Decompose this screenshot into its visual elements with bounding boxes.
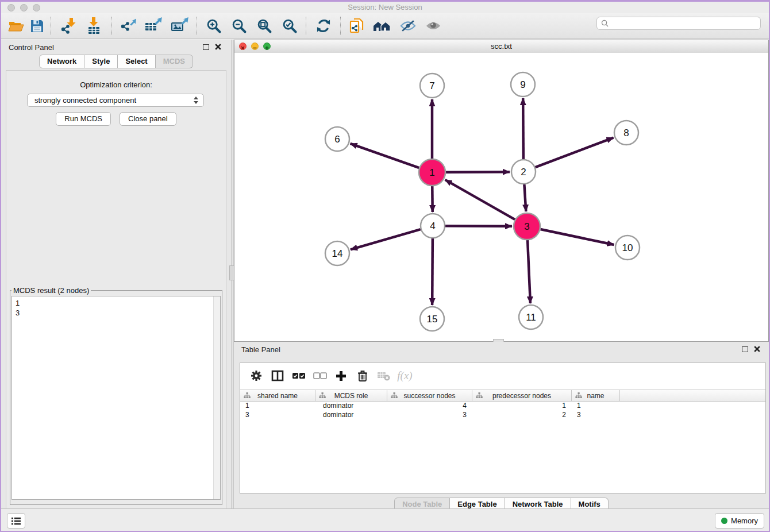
- delete-table-icon-disabled: [373, 366, 394, 385]
- import-table-icon[interactable]: [82, 16, 108, 36]
- save-session-icon[interactable]: [26, 16, 47, 36]
- table-panel-title: Table Panel: [241, 345, 280, 354]
- graph-edge-3-10[interactable]: [540, 229, 614, 245]
- table-body: 1dominator4113dominator323: [240, 401, 765, 419]
- deselect-all-rows-icon[interactable]: [309, 366, 330, 385]
- tab-mcds[interactable]: MCDS: [156, 55, 193, 68]
- svg-text:7: 7: [429, 80, 434, 91]
- table-cell[interactable]: 1: [240, 401, 315, 410]
- select-stepper-icon: [192, 96, 199, 105]
- graph-edge-4-14[interactable]: [351, 229, 421, 249]
- graph-node-2[interactable]: 2: [511, 160, 536, 184]
- graph-node-10[interactable]: 10: [615, 236, 640, 260]
- graph-node-11[interactable]: 11: [519, 305, 543, 329]
- table-settings-gear-icon[interactable]: [245, 366, 267, 385]
- table-panel-close-button[interactable]: [753, 345, 761, 353]
- task-history-button[interactable]: [7, 513, 25, 529]
- table-cell[interactable]: 2: [472, 410, 572, 419]
- zoom-in-icon[interactable]: [201, 16, 226, 36]
- select-all-rows-icon[interactable]: [288, 366, 309, 385]
- column-header-name[interactable]: name: [572, 390, 620, 401]
- add-column-plus-icon[interactable]: [330, 366, 352, 385]
- delete-column-trash-icon[interactable]: [352, 366, 373, 385]
- graph-node-14[interactable]: 14: [325, 241, 349, 265]
- svg-text:2: 2: [521, 167, 526, 178]
- svg-text:15: 15: [427, 314, 438, 325]
- graph-node-1[interactable]: 1: [419, 159, 445, 186]
- search-input[interactable]: [611, 19, 760, 28]
- refresh-view-icon[interactable]: [310, 16, 337, 36]
- column-header-successor-nodes[interactable]: successor nodes: [387, 390, 472, 401]
- graph-node-4[interactable]: 4: [421, 214, 445, 238]
- svg-text:11: 11: [526, 312, 536, 323]
- export-network-icon[interactable]: [116, 16, 140, 36]
- memory-button[interactable]: Memory: [715, 513, 764, 529]
- mcds-result-textarea[interactable]: 1 3: [11, 296, 221, 500]
- graph-edge-2-8[interactable]: [536, 138, 614, 168]
- graph-node-8[interactable]: 8: [614, 121, 638, 145]
- list-icon: [11, 516, 21, 526]
- table-cell[interactable]: 3: [572, 410, 620, 419]
- toolbar-separator: [306, 17, 307, 35]
- table-cell[interactable]: 3: [387, 410, 472, 419]
- graph-edge-3-11[interactable]: [528, 240, 530, 303]
- close-panel-button[interactable]: Close panel: [120, 112, 176, 126]
- svg-text:1: 1: [429, 167, 434, 178]
- table-header-row: shared nameMCDS rolesuccessor nodesprede…: [240, 390, 765, 402]
- svg-text:4: 4: [430, 221, 435, 232]
- apply-layout-home-icon[interactable]: [369, 16, 395, 36]
- hide-selected-eye-slash-icon[interactable]: [395, 16, 421, 36]
- tab-style[interactable]: Style: [84, 55, 118, 68]
- column-header-predecessor-nodes[interactable]: predecessor nodes: [472, 390, 572, 401]
- zoom-fit-icon[interactable]: [252, 16, 277, 36]
- table-cell[interactable]: 3: [240, 410, 315, 419]
- control-panel-float-button[interactable]: [203, 44, 209, 50]
- graph-node-3[interactable]: 3: [514, 213, 540, 240]
- column-header-MCDS-role[interactable]: MCDS role: [315, 390, 387, 401]
- control-panel-close-button[interactable]: [214, 43, 222, 51]
- table-row[interactable]: 3dominator323: [240, 410, 765, 419]
- split-table-view-icon[interactable]: [267, 366, 288, 385]
- graph-edge-1-2[interactable]: [446, 172, 510, 172]
- graph-edge-2-3[interactable]: [524, 184, 526, 211]
- table-row[interactable]: 1dominator411: [240, 401, 765, 410]
- table-cell[interactable]: 1: [472, 401, 572, 410]
- open-session-icon[interactable]: [6, 16, 26, 36]
- result-scrollbar[interactable]: [213, 296, 220, 499]
- graph-edge-4-3[interactable]: [445, 226, 512, 226]
- column-header-shared-name[interactable]: shared name: [240, 390, 315, 401]
- graph-node-15[interactable]: 15: [420, 307, 444, 331]
- show-all-eye-icon[interactable]: [421, 16, 446, 36]
- network-graph: 7968124314101511: [234, 53, 768, 341]
- toolbar-separator: [197, 17, 198, 35]
- table-cell[interactable]: 4: [387, 401, 472, 410]
- graph-node-6[interactable]: 6: [325, 127, 349, 151]
- import-network-icon[interactable]: [55, 16, 82, 36]
- graph-node-7[interactable]: 7: [420, 74, 444, 98]
- tab-network[interactable]: Network: [39, 55, 84, 68]
- export-table-icon[interactable]: [140, 16, 167, 36]
- graph-edge-3-1[interactable]: [445, 180, 515, 219]
- tree-icon: [319, 392, 326, 399]
- table-cell[interactable]: 1: [572, 401, 620, 410]
- network-canvas[interactable]: 7968124314101511: [234, 53, 768, 341]
- table-panel-float-button[interactable]: [742, 346, 748, 352]
- graph-node-9[interactable]: 9: [511, 72, 535, 97]
- zoom-selected-icon[interactable]: [277, 16, 302, 36]
- export-image-icon[interactable]: [167, 16, 193, 36]
- toolbar-separator: [111, 17, 113, 35]
- clone-network-icon[interactable]: [345, 16, 369, 36]
- zoom-out-icon[interactable]: [226, 16, 252, 36]
- toolbar-separator: [340, 17, 341, 35]
- network-title: scc.txt: [234, 40, 768, 53]
- graph-edge-1-6[interactable]: [351, 144, 419, 168]
- table-cell[interactable]: dominator: [315, 410, 387, 419]
- graph-edge-4-15[interactable]: [432, 238, 433, 305]
- main-toolbar: [1, 13, 769, 39]
- graph-edge-2-9[interactable]: [523, 98, 523, 159]
- optimization-criterion-select[interactable]: strongly connected component: [27, 94, 204, 107]
- search-box[interactable]: [596, 17, 761, 30]
- tab-select[interactable]: Select: [118, 55, 155, 68]
- run-mcds-button[interactable]: Run MCDS: [56, 112, 111, 126]
- table-cell[interactable]: dominator: [315, 401, 387, 410]
